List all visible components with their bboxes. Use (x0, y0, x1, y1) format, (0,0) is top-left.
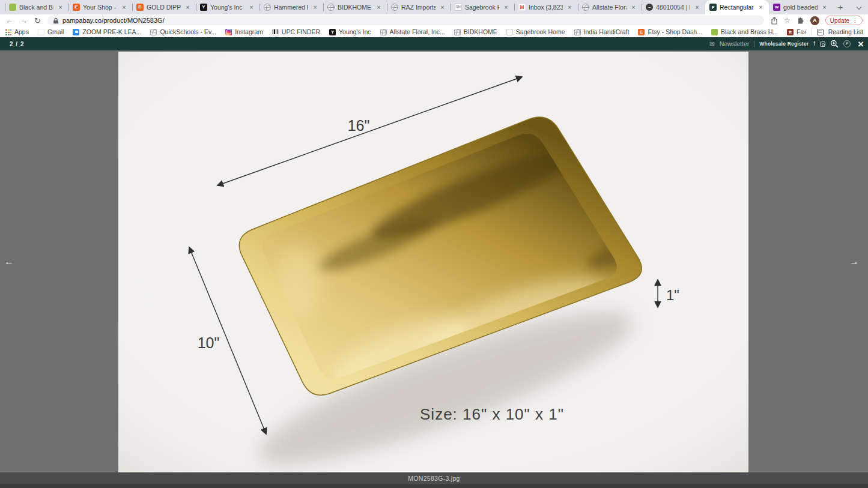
bookmark-item[interactable]: M Gmail (38, 28, 64, 35)
bookmark-item[interactable]: Black and Brass H... (711, 28, 778, 35)
instagram-glyph (820, 41, 825, 47)
bookmark-item[interactable]: BIDKHOME (454, 28, 497, 35)
reload-button[interactable]: ↻ (34, 17, 41, 25)
tab-title: gold beaded soap di (783, 4, 818, 11)
facebook-icon[interactable]: f (813, 41, 815, 47)
divider (812, 28, 812, 35)
bookmark-favicon-icon (272, 29, 279, 35)
tab-close-icon[interactable]: × (757, 4, 765, 11)
tab-favicon-icon: – (646, 4, 653, 11)
bookmarks-list: Apps M Gmail ZOOM PRE-K LEA... QuickScho… (5, 28, 803, 35)
browser-tab[interactable]: SH Sagebrook Home × (451, 0, 514, 14)
extensions-puzzle-icon[interactable] (797, 17, 804, 25)
browser-tab[interactable]: w gold beaded soap di × (769, 0, 833, 14)
bookmark-label: BIDKHOME (464, 28, 497, 35)
bookmark-item[interactable]: E Etsy - Shop Dash... (638, 28, 702, 35)
browser-tab[interactable]: Black and Brass Hom × (5, 0, 68, 14)
lightbox-close-icon[interactable]: × (858, 39, 864, 49)
tab-close-icon[interactable]: × (566, 4, 574, 11)
lightbox-counter: 2 / 2 (10, 41, 24, 47)
tab-close-icon[interactable]: × (120, 4, 128, 11)
wholesale-register-link[interactable]: Wholesale Register (759, 41, 809, 47)
chrome-update-button[interactable]: Update ⋮ (825, 16, 863, 25)
forward-button[interactable]: → (20, 17, 28, 25)
bookmark-label: Black and Brass H... (721, 28, 778, 35)
bookmark-label: Gmail (47, 28, 64, 35)
bookmark-favicon-icon: ft (787, 29, 794, 35)
tab-title: RAZ Imports, Inc - Si (401, 4, 436, 11)
bookmark-label: India HandiCraft (584, 28, 630, 35)
address-bar[interactable]: pampabay.co/product/MON2583G/ (47, 16, 764, 25)
newsletter-link[interactable]: Newsletter (720, 40, 750, 47)
tab-title: BIDKHOME - Shoppin (338, 4, 372, 11)
tab-favicon-icon (264, 4, 271, 11)
browser-tab[interactable]: E GOLD DIPPED DINNE × (132, 0, 196, 14)
tab-close-icon[interactable]: × (439, 4, 446, 11)
bookmark-favicon-icon (73, 29, 79, 35)
bookmark-label: Instagram (235, 28, 263, 35)
tab-close-icon[interactable]: × (821, 4, 828, 11)
tab-close-icon[interactable]: × (375, 4, 383, 11)
tab-title: Allstate Floral, Inc. - (592, 4, 627, 11)
tab-close-icon[interactable]: × (56, 4, 64, 11)
browser-tab[interactable]: RAZ Imports, Inc - Si × (387, 0, 451, 14)
lightbox-zoom-in-icon[interactable] (830, 40, 839, 48)
instagram-icon[interactable] (820, 41, 825, 47)
bookmark-favicon-icon: SH (506, 29, 513, 35)
bookmark-item[interactable]: Allstate Floral, Inc... (380, 28, 445, 35)
bookmark-favicon-icon: M (38, 29, 44, 35)
new-tab-button[interactable]: + (833, 0, 848, 14)
bookmarks-overflow-icon[interactable]: » (803, 28, 807, 35)
lightbox-next-arrow-icon[interactable]: → (849, 257, 859, 267)
tab-close-icon[interactable]: × (693, 4, 701, 11)
bookmark-item[interactable]: QuickSchools - Ev... (150, 28, 216, 35)
bookmark-item[interactable]: Instagram (225, 28, 263, 35)
bookmark-item[interactable]: SH Sagebrook Home (506, 28, 565, 35)
bookmark-star-icon[interactable]: ☆ (784, 16, 791, 25)
bookmark-favicon-icon: E (638, 29, 645, 35)
share-icon[interactable] (771, 17, 778, 25)
tab-close-icon[interactable]: × (184, 4, 192, 11)
bookmark-item[interactable]: India HandiCraft (574, 28, 630, 35)
tab-title: GOLD DIPPED DINNE (147, 4, 181, 11)
lightbox-prev-arrow-icon[interactable]: ← (4, 257, 14, 267)
tab-title: Young's Inc (210, 4, 244, 11)
tab-close-icon[interactable]: × (247, 4, 255, 11)
bookmark-item[interactable]: ZOOM PRE-K LEA... (73, 28, 141, 35)
tab-title: Hammered Porcelain (274, 4, 308, 11)
lock-icon (53, 17, 59, 24)
tab-close-icon[interactable]: × (630, 4, 637, 11)
size-caption: Size: 16" x 10" x 1" (420, 405, 564, 423)
bookmark-item[interactable]: UPC FINDER (272, 28, 320, 35)
url-text: pampabay.co/product/MON2583G/ (62, 17, 165, 24)
browser-tab[interactable]: Allstate Floral, Inc. - × (578, 0, 642, 14)
bookmark-favicon-icon (5, 29, 11, 35)
back-button[interactable]: ← (5, 17, 13, 25)
tab-favicon-icon (327, 4, 335, 11)
browser-tab[interactable]: BIDKHOME - Shoppin × (323, 0, 387, 14)
tabs-container: Black and Brass Hom × E Your Shop - Mana… (5, 0, 833, 14)
tab-search-chevron-icon[interactable] (857, 5, 861, 9)
update-label: Update (830, 17, 849, 24)
bookmark-favicon-icon (711, 29, 718, 35)
browser-tab[interactable]: Hammered Porcelain × (259, 0, 323, 14)
browser-tab[interactable]: P Rectangular Platter - × (705, 0, 769, 14)
tab-title: Your Shop - Manage (83, 4, 117, 11)
bookmark-favicon-icon (380, 29, 387, 35)
browser-tab[interactable]: M Inbox (3,823) - anam × (514, 0, 578, 14)
divider (754, 41, 754, 47)
bookmark-item[interactable]: Apps (5, 28, 29, 35)
bookmark-label: ZOOM PRE-K LEA... (82, 28, 141, 35)
tab-favicon-icon: E (73, 4, 80, 11)
bookmark-favicon-icon (150, 29, 157, 35)
tab-close-icon[interactable]: × (502, 4, 510, 11)
browser-tab[interactable]: Y Young's Inc × (196, 0, 259, 14)
browser-tab[interactable]: E Your Shop - Manage × (68, 0, 132, 14)
browser-tab[interactable]: – 48010054 | Pancake × (642, 0, 705, 14)
pinterest-icon[interactable]: P (843, 40, 851, 47)
reading-list-button[interactable]: Reading List (828, 28, 863, 35)
tab-close-icon[interactable]: × (311, 4, 319, 11)
profile-avatar[interactable]: A (810, 16, 819, 25)
bookmark-item[interactable]: ft FairTurk (787, 28, 803, 35)
bookmark-item[interactable]: Y Young's Inc (329, 28, 371, 35)
